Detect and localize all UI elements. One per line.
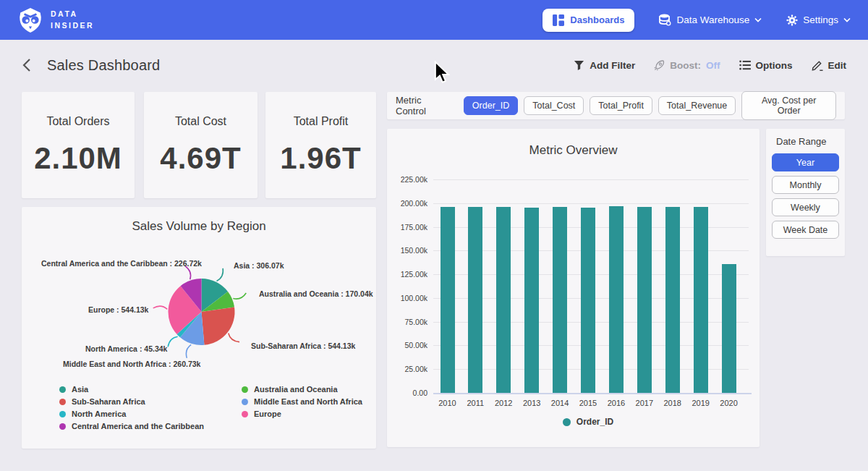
nav-settings-label: Settings: [803, 14, 838, 25]
pie-label: Asia : 306.07k: [234, 261, 284, 270]
pie-callout-line: [153, 306, 167, 309]
bar-2019[interactable]: [694, 207, 708, 393]
date-range-week-date-button[interactable]: Week Date: [772, 221, 839, 239]
pie-label: Central America and the Caribbean : 226.…: [41, 259, 202, 268]
metric-control-bar: Metric Control Order_ID Total_Cost Total…: [387, 92, 845, 119]
pie-label: Sub-Saharan Africa : 544.13k: [251, 341, 355, 350]
pie-legend-item[interactable]: North America: [59, 410, 204, 418]
metric-chip-total-revenue[interactable]: Total_Revenue: [658, 96, 736, 115]
legend-dot: [59, 386, 66, 393]
legend-dot: [59, 399, 66, 405]
kpi-value: 1.96T: [280, 141, 361, 176]
sales-dashboard-app: DATA INSIDER Dashboards D: [0, 0, 868, 471]
legend-label: Australia and Oceania: [254, 385, 338, 394]
pie-legend-item[interactable]: Central America and the Caribbean: [59, 422, 204, 430]
nav-data-warehouse-button[interactable]: Data Warehouse: [659, 14, 762, 26]
legend-dot: [59, 411, 66, 417]
metric-chip-total-profit[interactable]: Total_Profit: [590, 96, 652, 115]
y-tick-label: 25.00k: [387, 365, 427, 373]
y-tick-label: 0.00: [387, 389, 427, 397]
pie-legend-item[interactable]: Sub-Saharan Africa: [59, 397, 204, 406]
pie-legend-item[interactable]: Australia and Oceania: [242, 385, 362, 394]
y-tick-label: 100.00k: [387, 294, 427, 302]
boost-toggle[interactable]: Boost: Off: [654, 60, 720, 71]
options-button[interactable]: Options: [739, 60, 793, 71]
pie-callout-line: [229, 334, 239, 342]
bar-2011[interactable]: [468, 207, 482, 393]
nav-dashboards-button[interactable]: Dashboards: [542, 9, 634, 32]
pie-label: Middle East and North Africa : 260.73k: [63, 360, 200, 368]
pie-legend-item[interactable]: Middle East and North Africa: [242, 397, 362, 406]
pie-legend-item[interactable]: Europe: [242, 410, 362, 418]
x-tick-label: 2012: [490, 399, 518, 407]
rocket-icon: [654, 60, 665, 71]
bar-2013[interactable]: [524, 208, 539, 394]
page-title: Sales Dashboard: [47, 57, 160, 74]
pie-legend-item[interactable]: Asia: [59, 385, 204, 394]
x-tick-label: 2011: [461, 399, 490, 407]
metric-chip-total-cost[interactable]: Total_Cost: [524, 96, 584, 115]
x-tick-label: 2014: [546, 399, 574, 407]
kpi-value: 4.69T: [160, 141, 241, 176]
x-tick-label: 2018: [658, 399, 686, 407]
metric-chip-order-id[interactable]: Order_ID: [464, 96, 518, 115]
x-tick-label: 2016: [603, 399, 631, 407]
list-options-icon: [739, 60, 751, 70]
pie-callout-line: [168, 336, 177, 347]
bar-2010[interactable]: [441, 207, 455, 393]
x-tick-label: 2010: [433, 399, 461, 407]
pie-callout-line: [185, 266, 190, 279]
legend-dot: [563, 418, 571, 426]
pie-chart-card: Sales Volume by Region Asia : 306.07kAus…: [22, 207, 376, 449]
bar-2012[interactable]: [496, 207, 511, 394]
pie-label: Australia and Oceania : 170.04k: [259, 289, 373, 298]
metric-chip-avg-cost[interactable]: Avg. Cost per Order: [741, 91, 836, 120]
legend-dot: [242, 411, 248, 417]
kpi-card-total-orders: Total Orders 2.10M: [22, 92, 135, 198]
bar-2020[interactable]: [722, 264, 736, 393]
gear-icon: [786, 14, 798, 26]
x-tick-label: 2020: [715, 399, 743, 407]
nav-settings-button[interactable]: Settings: [786, 14, 851, 26]
edit-button[interactable]: Edit: [812, 59, 847, 71]
pie-callout-line: [233, 293, 246, 299]
legend-dot: [242, 399, 248, 405]
legend-label: Order_ID: [576, 417, 613, 427]
edit-pencil-icon: [812, 59, 823, 71]
bar-2015[interactable]: [581, 208, 595, 394]
legend-label: Middle East and North Africa: [254, 397, 362, 406]
nav-data-warehouse-label: Data Warehouse: [676, 14, 749, 25]
bar-2018[interactable]: [665, 207, 680, 393]
database-icon: [659, 14, 671, 26]
bar-2017[interactable]: [637, 207, 652, 393]
bar-chart-legend[interactable]: Order_ID: [433, 417, 743, 427]
back-button[interactable]: [22, 58, 31, 72]
pie-callout-line: [186, 344, 191, 358]
pie-legend: AsiaSub-Saharan AfricaNorth AmericaCentr…: [59, 385, 362, 430]
legend-dot: [59, 423, 66, 430]
pie-label: North America : 45.34k: [85, 344, 167, 353]
date-range-weekly-button[interactable]: Weekly: [772, 198, 839, 216]
y-tick-label: 175.00k: [387, 223, 427, 232]
bar-2014[interactable]: [553, 207, 567, 393]
bar-2016[interactable]: [609, 206, 624, 393]
x-tick-label: 2013: [518, 399, 546, 407]
kpi-card-total-profit: Total Profit 1.96T: [265, 92, 376, 198]
boost-state: Off: [706, 60, 720, 71]
brand-logo[interactable]: DATA INSIDER: [17, 7, 94, 34]
gridline: [433, 203, 749, 204]
add-filter-button[interactable]: Add Filter: [574, 60, 635, 71]
legend-label: Central America and the Caribbean: [72, 422, 204, 430]
kpi-value: 2.10M: [34, 141, 122, 176]
legend-dot: [242, 386, 248, 393]
date-range-monthly-button[interactable]: Monthly: [772, 176, 839, 194]
bar-chart-title: Metric Overview: [387, 143, 760, 158]
pie-callout-line: [217, 268, 224, 281]
owl-logo-icon: [17, 7, 43, 34]
legend-label: Sub-Saharan Africa: [72, 397, 145, 406]
y-tick-label: 225.00k: [387, 175, 427, 184]
legend-label: Asia: [72, 385, 88, 394]
pie-slice[interactable]: Sub-Saharan Africa : 544.13k: [202, 307, 235, 344]
date-range-panel: Date Range Year Monthly Weekly Week Date: [766, 129, 845, 256]
date-range-year-button[interactable]: Year: [772, 153, 839, 171]
